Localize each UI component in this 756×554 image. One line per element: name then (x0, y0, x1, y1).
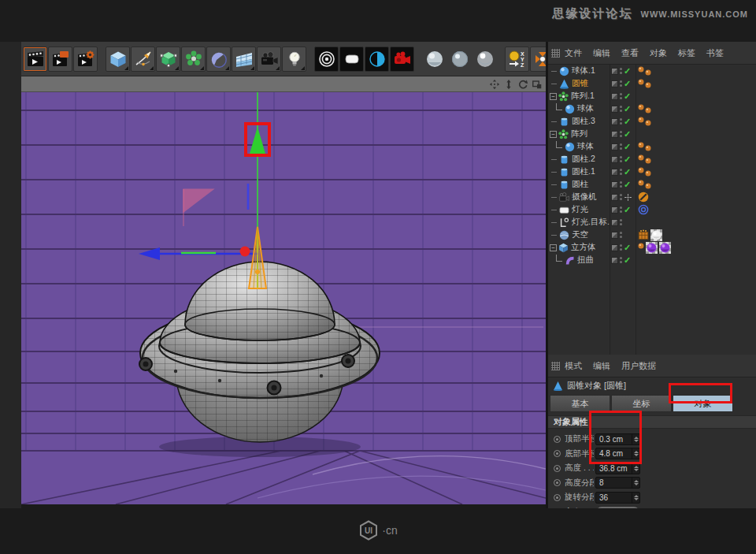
texture-tag-icon[interactable] (645, 69, 651, 76)
object-label[interactable]: 圆柱 (572, 179, 588, 190)
texture-tag-icon[interactable] (638, 142, 644, 148)
value-field[interactable]: 0.3 cm (595, 433, 640, 445)
add-light-button[interactable] (282, 46, 306, 72)
object-label[interactable]: 球体.1 (572, 65, 595, 76)
object-label[interactable]: 扭曲 (577, 255, 594, 266)
visibility-dots[interactable] (620, 257, 622, 263)
layer-chip[interactable] (611, 106, 618, 113)
enabled-check-icon[interactable]: ✓ (624, 67, 631, 75)
display-mode-button[interactable] (365, 46, 389, 72)
tree-row-camera[interactable]: 摄像机 (548, 191, 756, 203)
key-record-icon[interactable] (554, 436, 561, 443)
visibility-dots[interactable] (620, 131, 622, 137)
enabled-check-icon[interactable]: ✓ (624, 206, 631, 214)
value-field[interactable]: 36 (595, 492, 640, 504)
visibility-dots[interactable] (620, 156, 622, 162)
object-label[interactable]: 圆锥 (572, 78, 588, 89)
object-label[interactable]: 灯光.目标.1 (572, 217, 610, 228)
dolly-icon[interactable] (502, 78, 514, 90)
tree-row-cylinder[interactable]: 圆柱.3✓ (548, 115, 756, 128)
texture-tag-icon[interactable] (638, 117, 644, 123)
object-manager-menu-item-3[interactable]: 对象 (650, 47, 667, 59)
tree-row-cylinder[interactable]: 圆柱✓ (548, 178, 756, 191)
tab-2-selected[interactable]: 对象 (673, 395, 733, 412)
rotate-icon[interactable] (517, 78, 528, 90)
add-stage-button[interactable] (232, 46, 256, 72)
visibility-dots[interactable] (620, 194, 622, 200)
layer-chip[interactable] (611, 156, 618, 163)
material-preview-2[interactable] (447, 46, 472, 72)
texture-tag-icon[interactable] (638, 66, 644, 73)
render-settings-button[interactable] (73, 46, 98, 72)
layer-chip[interactable] (611, 244, 618, 251)
layer-chip[interactable] (611, 68, 618, 75)
camera-active-icon[interactable] (624, 193, 632, 202)
key-record-icon[interactable] (554, 494, 561, 501)
coordinate-system-button[interactable]: XYZ (505, 46, 529, 72)
layer-chip[interactable] (611, 219, 618, 226)
target-tag-icon[interactable] (638, 204, 649, 215)
viewport-scene[interactable] (21, 92, 546, 504)
texture-tag-icon[interactable] (638, 154, 644, 161)
add-camera-button[interactable] (257, 46, 281, 72)
layer-chip[interactable] (611, 206, 618, 214)
texture-tag-icon[interactable] (645, 183, 651, 189)
tree-row-sphere[interactable]: 球体✓ (548, 102, 756, 115)
enabled-check-icon[interactable]: ✓ (624, 80, 631, 87)
tree-row-cylinder[interactable]: 圆柱.1✓ (548, 165, 756, 178)
enabled-check-icon[interactable]: ✓ (624, 256, 631, 264)
target-tool-button[interactable] (314, 46, 339, 72)
object-label[interactable]: 天空 (572, 229, 588, 240)
material-thumbnail-white[interactable] (650, 229, 662, 241)
expander-icon[interactable]: − (550, 131, 557, 138)
material-preview-3[interactable] (472, 46, 497, 72)
texture-tag-icon[interactable] (638, 243, 644, 249)
tree-row-sphere[interactable]: 球体.1✓ (548, 65, 756, 77)
tree-row-cone[interactable]: 圆锥✓ (548, 77, 756, 90)
visibility-dots[interactable] (620, 118, 622, 125)
visibility-dots[interactable] (620, 181, 622, 188)
texture-tag-icon[interactable] (645, 145, 651, 151)
tree-row-bend[interactable]: 扭曲✓ (548, 254, 756, 266)
visibility-dots[interactable] (620, 80, 622, 87)
tab-1[interactable]: 坐标 (611, 395, 672, 412)
tree-row-cylinder[interactable]: 圆柱.2✓ (548, 153, 756, 165)
texture-tag-icon[interactable] (638, 79, 644, 85)
panel-divider[interactable] (546, 42, 548, 508)
object-manager-grip-icon[interactable] (551, 49, 560, 58)
tree-row-light[interactable]: 灯光✓ (548, 203, 756, 216)
viewport[interactable] (21, 76, 546, 504)
tab-0[interactable]: 基本 (550, 395, 610, 412)
render-camera-button[interactable] (390, 46, 414, 72)
stepper-arrows[interactable] (632, 478, 639, 488)
layer-chip[interactable] (611, 80, 618, 87)
pan-icon[interactable] (488, 78, 500, 90)
visibility-dots[interactable] (620, 232, 622, 238)
texture-tag-icon[interactable] (645, 120, 651, 126)
object-manager-menu-item-0[interactable]: 文件 (565, 47, 582, 59)
material-preview-1[interactable] (422, 46, 447, 72)
render-region-button[interactable] (48, 46, 72, 72)
add-spline-button[interactable] (131, 46, 155, 72)
stepper-arrows[interactable] (632, 434, 639, 444)
stepper-arrows[interactable] (632, 493, 639, 503)
layer-chip[interactable] (611, 232, 618, 239)
texture-tag-icon[interactable] (638, 180, 644, 186)
add-generator-button[interactable] (156, 46, 180, 72)
visibility-dots[interactable] (620, 206, 622, 213)
texture-tag-icon[interactable] (645, 158, 651, 164)
texture-tag-icon[interactable] (645, 170, 651, 177)
enabled-check-icon[interactable]: ✓ (624, 244, 631, 251)
protection-tag-icon[interactable] (638, 191, 649, 203)
render-view-button[interactable] (23, 46, 47, 72)
layer-chip[interactable] (611, 169, 618, 176)
add-array-button[interactable] (181, 46, 206, 72)
maximize-icon[interactable] (531, 78, 543, 90)
tree-row-sphere[interactable]: 球体✓ (548, 140, 756, 153)
enabled-check-icon[interactable]: ✓ (624, 180, 631, 188)
key-record-icon[interactable] (554, 479, 561, 486)
visibility-dots[interactable] (620, 68, 622, 74)
visibility-dots[interactable] (620, 106, 622, 112)
visibility-dots[interactable] (620, 219, 622, 225)
object-manager-menu-item-4[interactable]: 标签 (678, 47, 695, 59)
